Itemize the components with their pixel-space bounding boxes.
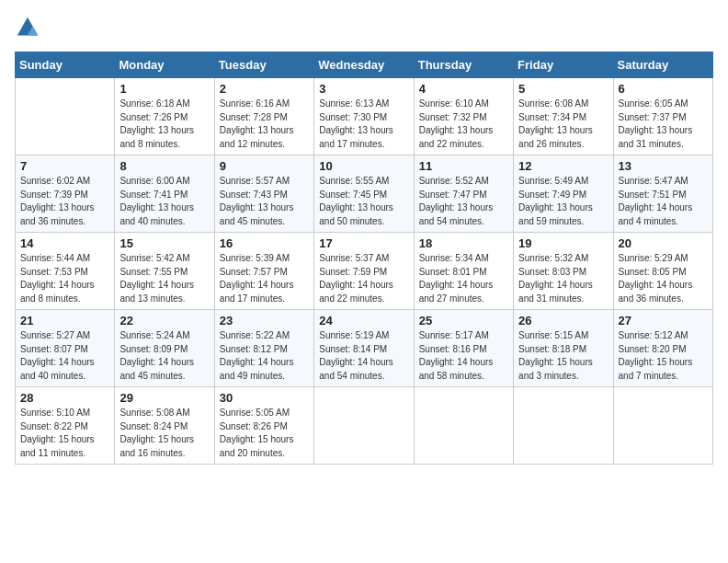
weekday-header-row: SundayMondayTuesdayWednesdayThursdayFrid… [16,52,713,78]
calendar-cell: 8Sunrise: 6:00 AM Sunset: 7:41 PM Daylig… [115,155,214,233]
day-number: 1 [119,82,209,96]
cell-info: Sunrise: 6:02 AM Sunset: 7:39 PM Dayligh… [20,175,109,228]
calendar-cell: 10Sunrise: 5:55 AM Sunset: 7:45 PM Dayli… [314,155,414,233]
calendar-cell: 25Sunrise: 5:17 AM Sunset: 8:16 PM Dayli… [414,310,513,387]
day-number: 13 [619,159,708,173]
cell-info: Sunrise: 5:24 AM Sunset: 8:09 PM Dayligh… [119,329,209,383]
day-number: 15 [119,236,209,250]
calendar-cell: 14Sunrise: 5:44 AM Sunset: 7:53 PM Dayli… [16,233,115,310]
day-number: 16 [220,236,309,250]
day-number: 14 [20,236,109,250]
day-number: 25 [419,314,508,327]
calendar-cell: 28Sunrise: 5:10 AM Sunset: 8:22 PM Dayli… [16,387,115,465]
cell-info: Sunrise: 5:22 AM Sunset: 8:12 PM Dayligh… [220,329,309,383]
cell-info: Sunrise: 5:47 AM Sunset: 7:51 PM Dayligh… [619,175,708,228]
calendar-cell: 6Sunrise: 6:05 AM Sunset: 7:37 PM Daylig… [613,78,712,155]
calendar-cell: 17Sunrise: 5:37 AM Sunset: 7:59 PM Dayli… [314,233,414,310]
calendar-cell: 16Sunrise: 5:39 AM Sunset: 7:57 PM Dayli… [214,233,313,310]
day-number: 23 [220,314,309,327]
calendar-cell: 7Sunrise: 6:02 AM Sunset: 7:39 PM Daylig… [16,155,115,233]
cell-info: Sunrise: 5:37 AM Sunset: 7:59 PM Dayligh… [319,252,408,305]
cell-info: Sunrise: 5:17 AM Sunset: 8:16 PM Dayligh… [419,329,508,383]
calendar-cell: 5Sunrise: 6:08 AM Sunset: 7:34 PM Daylig… [514,78,613,155]
day-number: 5 [518,82,608,96]
day-number: 27 [619,314,708,327]
week-row-2: 7Sunrise: 6:02 AM Sunset: 7:39 PM Daylig… [16,155,713,233]
day-number: 30 [220,391,309,405]
day-number: 9 [220,159,309,173]
day-number: 4 [419,82,508,96]
cell-info: Sunrise: 6:16 AM Sunset: 7:28 PM Dayligh… [220,98,309,151]
weekday-header-thursday: Thursday [414,52,513,78]
cell-info: Sunrise: 5:19 AM Sunset: 8:14 PM Dayligh… [319,329,408,383]
day-number: 21 [20,314,109,327]
weekday-header-sunday: Sunday [16,52,115,78]
cell-info: Sunrise: 5:44 AM Sunset: 7:53 PM Dayligh… [20,252,109,305]
weekday-header-wednesday: Wednesday [314,52,414,78]
cell-info: Sunrise: 5:34 AM Sunset: 8:01 PM Dayligh… [419,252,508,305]
weekday-header-monday: Monday [115,52,214,78]
calendar-cell [514,387,613,465]
calendar-cell [314,387,414,465]
day-number: 26 [518,314,608,327]
calendar-cell: 27Sunrise: 5:12 AM Sunset: 8:20 PM Dayli… [613,310,712,387]
day-number: 28 [20,391,109,405]
calendar-cell: 18Sunrise: 5:34 AM Sunset: 8:01 PM Dayli… [414,233,513,310]
day-number: 19 [518,236,608,250]
cell-info: Sunrise: 6:00 AM Sunset: 7:41 PM Dayligh… [119,175,209,228]
calendar-cell: 29Sunrise: 5:08 AM Sunset: 8:24 PM Dayli… [115,387,214,465]
cell-info: Sunrise: 5:08 AM Sunset: 8:24 PM Dayligh… [119,407,209,460]
calendar-cell: 23Sunrise: 5:22 AM Sunset: 8:12 PM Dayli… [214,310,313,387]
calendar-cell: 9Sunrise: 5:57 AM Sunset: 7:43 PM Daylig… [214,155,313,233]
cell-info: Sunrise: 6:10 AM Sunset: 7:32 PM Dayligh… [419,98,508,151]
day-number: 18 [419,236,508,250]
day-number: 12 [518,159,608,173]
cell-info: Sunrise: 5:55 AM Sunset: 7:45 PM Dayligh… [319,175,408,228]
day-number: 29 [119,391,209,405]
cell-info: Sunrise: 5:49 AM Sunset: 7:49 PM Dayligh… [518,175,608,228]
cell-info: Sunrise: 6:13 AM Sunset: 7:30 PM Dayligh… [319,98,408,151]
calendar-cell: 24Sunrise: 5:19 AM Sunset: 8:14 PM Dayli… [314,310,414,387]
day-number: 17 [319,236,408,250]
calendar-cell: 30Sunrise: 5:05 AM Sunset: 8:26 PM Dayli… [214,387,313,465]
cell-info: Sunrise: 5:12 AM Sunset: 8:20 PM Dayligh… [619,329,708,383]
calendar-cell: 3Sunrise: 6:13 AM Sunset: 7:30 PM Daylig… [314,78,414,155]
calendar-cell: 20Sunrise: 5:29 AM Sunset: 8:05 PM Dayli… [613,233,712,310]
cell-info: Sunrise: 6:05 AM Sunset: 7:37 PM Dayligh… [619,98,708,151]
cell-info: Sunrise: 5:27 AM Sunset: 8:07 PM Dayligh… [20,329,109,383]
cell-info: Sunrise: 5:57 AM Sunset: 7:43 PM Dayligh… [220,175,309,228]
week-row-1: 1Sunrise: 6:18 AM Sunset: 7:26 PM Daylig… [16,78,713,155]
calendar-table: SundayMondayTuesdayWednesdayThursdayFrid… [15,52,713,465]
day-number: 24 [319,314,408,327]
day-number: 7 [20,159,109,173]
calendar-cell: 4Sunrise: 6:10 AM Sunset: 7:32 PM Daylig… [414,78,513,155]
calendar-cell: 1Sunrise: 6:18 AM Sunset: 7:26 PM Daylig… [115,78,214,155]
cell-info: Sunrise: 6:18 AM Sunset: 7:26 PM Dayligh… [119,98,209,151]
calendar-cell [16,78,115,155]
cell-info: Sunrise: 5:05 AM Sunset: 8:26 PM Dayligh… [220,407,309,460]
weekday-header-friday: Friday [514,52,613,78]
day-number: 6 [619,82,708,96]
weekday-header-tuesday: Tuesday [214,52,313,78]
logo [15,15,44,40]
week-row-3: 14Sunrise: 5:44 AM Sunset: 7:53 PM Dayli… [16,233,713,310]
week-row-5: 28Sunrise: 5:10 AM Sunset: 8:22 PM Dayli… [16,387,713,465]
cell-info: Sunrise: 5:15 AM Sunset: 8:18 PM Dayligh… [518,329,608,383]
calendar-cell: 19Sunrise: 5:32 AM Sunset: 8:03 PM Dayli… [514,233,613,310]
logo-icon [15,15,40,40]
weekday-header-saturday: Saturday [613,52,712,78]
calendar-cell: 2Sunrise: 6:16 AM Sunset: 7:28 PM Daylig… [214,78,313,155]
calendar-cell: 21Sunrise: 5:27 AM Sunset: 8:07 PM Dayli… [16,310,115,387]
day-number: 3 [319,82,408,96]
cell-info: Sunrise: 5:39 AM Sunset: 7:57 PM Dayligh… [220,252,309,305]
calendar-cell [613,387,712,465]
calendar-cell: 11Sunrise: 5:52 AM Sunset: 7:47 PM Dayli… [414,155,513,233]
cell-info: Sunrise: 6:08 AM Sunset: 7:34 PM Dayligh… [518,98,608,151]
day-number: 8 [119,159,209,173]
day-number: 20 [619,236,708,250]
calendar-cell: 15Sunrise: 5:42 AM Sunset: 7:55 PM Dayli… [115,233,214,310]
cell-info: Sunrise: 5:52 AM Sunset: 7:47 PM Dayligh… [419,175,508,228]
calendar-cell: 13Sunrise: 5:47 AM Sunset: 7:51 PM Dayli… [613,155,712,233]
calendar-cell: 22Sunrise: 5:24 AM Sunset: 8:09 PM Dayli… [115,310,214,387]
calendar-cell: 12Sunrise: 5:49 AM Sunset: 7:49 PM Dayli… [514,155,613,233]
